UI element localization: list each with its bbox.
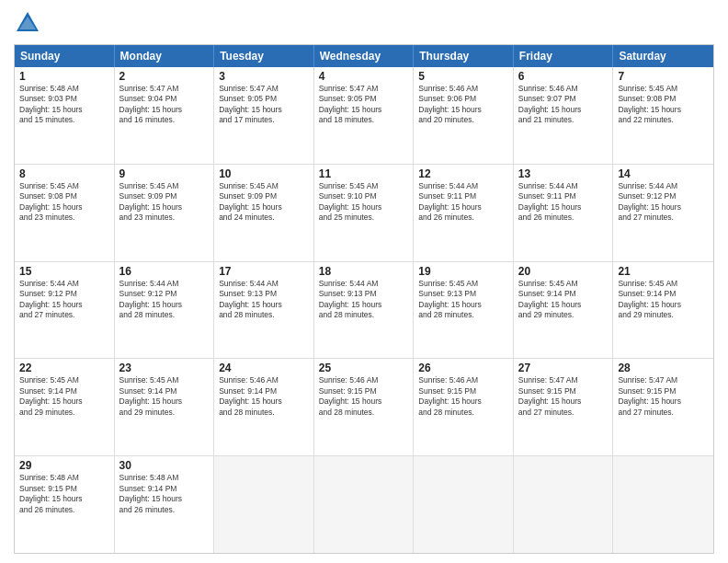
day-number: 9 [119,167,210,180]
day-cell-20: 20Sunrise: 5:45 AMSunset: 9:14 PMDayligh… [514,262,614,359]
header-day-thursday: Thursday [414,45,514,67]
header-day-tuesday: Tuesday [214,45,314,67]
day-number: 16 [119,265,210,278]
day-number: 18 [319,265,409,278]
day-info: Sunrise: 5:45 AMSunset: 9:09 PMDaylight:… [219,181,309,224]
day-cell-28: 28Sunrise: 5:47 AMSunset: 9:15 PMDayligh… [613,359,713,455]
day-cell-16: 16Sunrise: 5:44 AMSunset: 9:12 PMDayligh… [115,262,215,359]
day-cell-12: 12Sunrise: 5:44 AMSunset: 9:11 PMDayligh… [414,165,514,261]
day-cell-15: 15Sunrise: 5:44 AMSunset: 9:12 PMDayligh… [15,262,115,359]
day-cell-2: 2Sunrise: 5:47 AMSunset: 9:04 PMDaylight… [115,67,215,164]
day-info: Sunrise: 5:48 AMSunset: 9:15 PMDaylight:… [19,473,109,515]
day-cell-21: 21Sunrise: 5:45 AMSunset: 9:14 PMDayligh… [613,262,713,359]
empty-cell [514,456,614,553]
day-number: 13 [518,167,609,180]
day-info: Sunrise: 5:44 AMSunset: 9:12 PMDaylight:… [119,279,210,321]
day-info: Sunrise: 5:44 AMSunset: 9:11 PMDaylight:… [518,181,609,224]
day-number: 21 [618,265,709,278]
day-info: Sunrise: 5:45 AMSunset: 9:09 PMDaylight:… [119,181,210,224]
day-number: 17 [219,265,309,278]
day-info: Sunrise: 5:45 AMSunset: 9:14 PMDaylight:… [618,279,709,321]
page: SundayMondayTuesdayWednesdayThursdayFrid… [0,0,728,563]
day-info: Sunrise: 5:46 AMSunset: 9:15 PMDaylight:… [418,375,508,418]
header-day-sunday: Sunday [15,45,115,67]
day-info: Sunrise: 5:44 AMSunset: 9:13 PMDaylight:… [219,279,309,321]
empty-cell [613,456,713,553]
day-number: 12 [418,167,508,180]
day-number: 4 [319,70,409,83]
day-info: Sunrise: 5:46 AMSunset: 9:06 PMDaylight:… [418,84,508,126]
day-cell-3: 3Sunrise: 5:47 AMSunset: 9:05 PMDaylight… [214,67,314,164]
day-number: 2 [119,70,210,83]
day-number: 8 [19,167,109,180]
header [14,9,714,37]
day-info: Sunrise: 5:45 AMSunset: 9:13 PMDaylight:… [418,279,508,321]
day-info: Sunrise: 5:47 AMSunset: 9:05 PMDaylight:… [219,84,309,126]
day-cell-9: 9Sunrise: 5:45 AMSunset: 9:09 PMDaylight… [115,165,215,261]
day-info: Sunrise: 5:46 AMSunset: 9:14 PMDaylight:… [219,375,309,418]
day-cell-14: 14Sunrise: 5:44 AMSunset: 9:12 PMDayligh… [613,165,713,261]
day-info: Sunrise: 5:44 AMSunset: 9:12 PMDaylight:… [618,181,709,224]
day-info: Sunrise: 5:47 AMSunset: 9:15 PMDaylight:… [518,375,609,418]
day-number: 10 [219,167,309,180]
header-day-wednesday: Wednesday [314,45,415,67]
calendar-row-0: 1Sunrise: 5:48 AMSunset: 9:03 PMDaylight… [15,67,713,165]
day-number: 24 [219,362,309,374]
empty-cell [314,456,415,553]
header-day-saturday: Saturday [613,45,713,67]
day-info: Sunrise: 5:44 AMSunset: 9:12 PMDaylight:… [19,279,109,321]
day-cell-18: 18Sunrise: 5:44 AMSunset: 9:13 PMDayligh… [314,262,415,359]
day-cell-29: 29Sunrise: 5:48 AMSunset: 9:15 PMDayligh… [15,456,115,553]
day-number: 11 [319,167,409,180]
empty-cell [414,456,514,553]
day-number: 14 [618,167,709,180]
day-cell-6: 6Sunrise: 5:46 AMSunset: 9:07 PMDaylight… [514,67,614,164]
day-info: Sunrise: 5:47 AMSunset: 9:15 PMDaylight:… [618,375,709,418]
day-number: 30 [119,459,210,472]
day-cell-19: 19Sunrise: 5:45 AMSunset: 9:13 PMDayligh… [414,262,514,359]
day-cell-30: 30Sunrise: 5:48 AMSunset: 9:14 PMDayligh… [115,456,215,553]
day-number: 1 [19,70,109,83]
day-info: Sunrise: 5:45 AMSunset: 9:14 PMDaylight:… [119,375,210,418]
logo-icon [14,9,41,37]
day-cell-17: 17Sunrise: 5:44 AMSunset: 9:13 PMDayligh… [214,262,314,359]
day-number: 26 [418,362,508,374]
day-cell-10: 10Sunrise: 5:45 AMSunset: 9:09 PMDayligh… [214,165,314,261]
day-info: Sunrise: 5:48 AMSunset: 9:14 PMDaylight:… [119,473,210,515]
day-info: Sunrise: 5:45 AMSunset: 9:14 PMDaylight:… [19,375,109,418]
calendar-row-2: 15Sunrise: 5:44 AMSunset: 9:12 PMDayligh… [15,262,713,360]
day-cell-26: 26Sunrise: 5:46 AMSunset: 9:15 PMDayligh… [414,359,514,455]
empty-cell [214,456,314,553]
day-info: Sunrise: 5:45 AMSunset: 9:10 PMDaylight:… [319,181,409,224]
day-number: 7 [618,70,709,83]
day-info: Sunrise: 5:45 AMSunset: 9:08 PMDaylight:… [19,181,109,224]
day-info: Sunrise: 5:45 AMSunset: 9:14 PMDaylight:… [518,279,609,321]
day-cell-7: 7Sunrise: 5:45 AMSunset: 9:08 PMDaylight… [613,67,713,164]
day-info: Sunrise: 5:45 AMSunset: 9:08 PMDaylight:… [618,84,709,126]
day-cell-5: 5Sunrise: 5:46 AMSunset: 9:06 PMDaylight… [414,67,514,164]
day-cell-1: 1Sunrise: 5:48 AMSunset: 9:03 PMDaylight… [15,67,115,164]
day-cell-4: 4Sunrise: 5:47 AMSunset: 9:05 PMDaylight… [314,67,415,164]
day-number: 25 [319,362,409,374]
calendar-body: 1Sunrise: 5:48 AMSunset: 9:03 PMDaylight… [15,67,713,553]
day-cell-22: 22Sunrise: 5:45 AMSunset: 9:14 PMDayligh… [15,359,115,455]
day-number: 23 [119,362,210,374]
day-cell-27: 27Sunrise: 5:47 AMSunset: 9:15 PMDayligh… [514,359,614,455]
calendar-row-3: 22Sunrise: 5:45 AMSunset: 9:14 PMDayligh… [15,359,713,456]
calendar-row-4: 29Sunrise: 5:48 AMSunset: 9:15 PMDayligh… [15,456,713,553]
day-number: 29 [19,459,109,472]
day-number: 19 [418,265,508,278]
day-number: 27 [518,362,609,374]
day-number: 6 [518,70,609,83]
day-number: 28 [618,362,709,374]
day-number: 5 [418,70,508,83]
header-day-friday: Friday [514,45,614,67]
calendar-header: SundayMondayTuesdayWednesdayThursdayFrid… [15,45,713,67]
day-cell-13: 13Sunrise: 5:44 AMSunset: 9:11 PMDayligh… [514,165,614,261]
logo [14,9,45,37]
day-number: 20 [518,265,609,278]
day-cell-24: 24Sunrise: 5:46 AMSunset: 9:14 PMDayligh… [214,359,314,455]
day-number: 3 [219,70,309,83]
day-number: 22 [19,362,109,374]
day-info: Sunrise: 5:46 AMSunset: 9:15 PMDaylight:… [319,375,409,418]
